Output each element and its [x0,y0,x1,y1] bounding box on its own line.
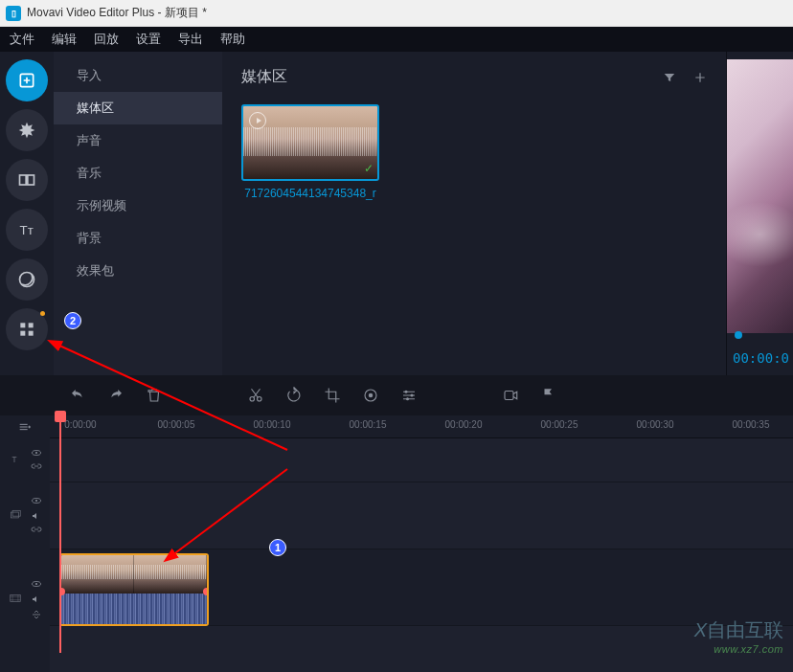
color-button[interactable] [362,387,379,404]
overlay-track-icon [9,508,22,525]
sidebar-item-import[interactable]: 导入 [54,59,222,92]
svg-rect-6 [29,323,34,327]
mute-icon[interactable] [31,594,42,605]
redo-button[interactable] [107,387,125,404]
ruler-tick: 0:00:00 [64,419,96,430]
record-button[interactable] [502,387,519,404]
tool-filters[interactable] [6,109,48,151]
video-track[interactable] [50,549,793,626]
text-track-icon: T [9,453,22,469]
timeline-tracks-area[interactable]: 0:00:00 00:00:05 00:00:10 00:00:15 00:00… [50,415,793,672]
undo-button[interactable] [69,387,86,404]
sidebar-item-music[interactable]: 音乐 [54,157,222,190]
link-icon[interactable] [31,462,42,474]
svg-rect-7 [20,331,25,336]
svg-point-19 [35,452,37,454]
ruler-tick: 00:00:20 [445,419,483,430]
sidebar-item-sound[interactable]: 声音 [54,124,222,157]
visibility-icon[interactable] [31,495,42,506]
thumbnail-image: ✓ [241,104,379,181]
collapse-icon[interactable] [31,609,42,620]
media-title: 媒体区 [241,67,287,87]
ruler-tick: 00:00:35 [733,419,770,430]
cut-button[interactable] [247,387,264,404]
crop-button[interactable] [324,387,341,404]
clip-video-thumbnails [61,555,207,594]
tool-transitions[interactable] [6,159,48,201]
track-ctrl-text: T [0,438,50,482]
tool-rail: Tт [0,52,54,375]
svg-point-15 [406,397,409,400]
svg-point-13 [405,391,408,393]
thumbnail-name: 7172604544134745348_r [244,187,375,202]
media-header: 媒体区 [241,67,707,87]
overlay-track[interactable] [50,482,793,549]
check-icon: ✓ [364,162,374,175]
text-track[interactable] [50,438,793,482]
visibility-icon[interactable] [31,447,42,459]
sidebar-item-effects[interactable]: 效果包 [54,255,222,287]
clip-handle-right[interactable] [203,588,209,595]
svg-rect-24 [10,594,20,601]
preview-marker[interactable] [735,331,742,339]
ruler-tick: 00:00:05 [158,419,195,430]
video-track-icon [9,592,22,608]
add-track-button[interactable] [0,415,50,438]
media-actions [663,71,707,84]
add-icon[interactable] [693,71,707,84]
window-title: Movavi Video Editor Plus - 新项目 * [27,5,207,21]
rotate-button[interactable] [285,387,303,404]
svg-rect-21 [12,510,20,516]
tool-stickers[interactable] [6,258,48,301]
annotation-number-2: 2 [64,312,81,329]
timeline: T 0:00:00 00:00:05 [0,415,793,672]
preview-timecode: 00:00:0 [733,350,789,366]
sidebar-item-media[interactable]: 媒体区 [54,92,222,124]
annotation-number-1: 1 [269,539,286,556]
menu-settings[interactable]: 设置 [136,31,161,48]
menu-file[interactable]: 文件 [10,31,34,48]
timeline-track-controls: T [0,415,50,672]
menubar: 文件 编辑 回放 设置 导出 帮助 [0,27,793,52]
mute-icon[interactable] [31,510,42,522]
menu-export[interactable]: 导出 [178,31,203,48]
tool-titles[interactable]: Tт [6,209,48,251]
track-ctrl-overlay [0,482,50,549]
ruler-tick: 00:00:15 [350,419,387,430]
svg-text:Tт: Tт [20,223,34,237]
preview-image[interactable] [727,59,793,333]
marker-button[interactable] [540,387,557,404]
preview-panel: 00:00:0 [726,52,793,375]
tool-import[interactable] [6,59,48,101]
svg-point-26 [35,583,37,585]
filter-icon[interactable] [663,71,676,84]
video-clip[interactable] [59,553,209,626]
svg-rect-8 [29,331,34,336]
timeline-toolbar [0,375,793,415]
media-panel: 媒体区 ✓ 7172604544134745348_r [222,52,726,375]
menu-playback[interactable]: 回放 [94,31,119,48]
sidebar-item-sample[interactable]: 示例视频 [54,190,222,222]
svg-rect-16 [505,392,513,400]
svg-rect-2 [28,175,34,185]
app-icon: ▯ [6,6,21,21]
svg-rect-1 [20,175,27,185]
svg-text:T: T [11,455,16,463]
svg-point-23 [35,500,37,502]
adjust-button[interactable] [400,387,418,404]
link-icon[interactable] [31,526,42,537]
ruler-tick: 00:00:10 [254,419,291,430]
delete-button[interactable] [146,387,163,404]
playhead[interactable] [59,415,61,653]
menu-edit[interactable]: 编辑 [52,31,77,48]
tool-more[interactable] [6,308,48,350]
media-thumbnail[interactable]: ✓ 7172604544134745348_r [241,104,379,202]
svg-point-14 [411,394,414,397]
visibility-icon[interactable] [31,578,42,590]
menu-help[interactable]: 帮助 [220,31,245,48]
timeline-ruler[interactable]: 0:00:00 00:00:05 00:00:10 00:00:15 00:00… [50,415,793,438]
notification-dot-icon [40,311,45,316]
clip-audio-waveform [61,594,207,624]
sidebar-item-background[interactable]: 背景 [54,222,222,255]
play-icon [249,112,266,129]
